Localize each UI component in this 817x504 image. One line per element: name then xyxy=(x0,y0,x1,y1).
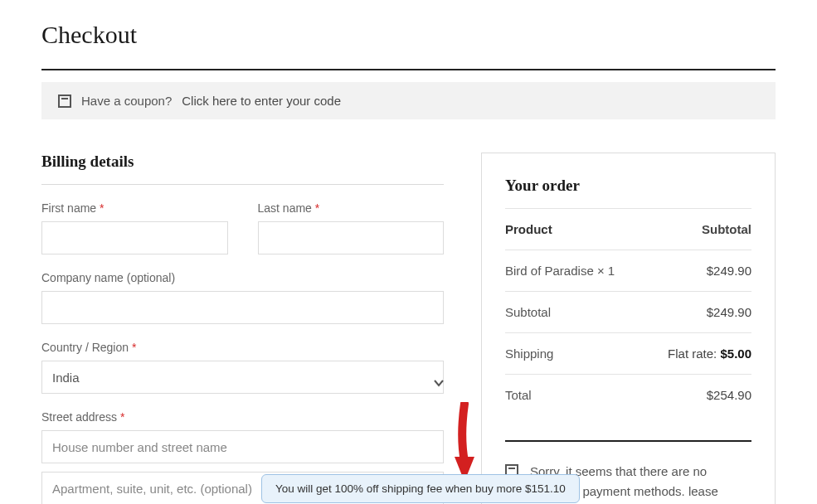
order-subtotal-row: Subtotal $249.90 xyxy=(505,292,751,333)
company-label: Company name (optional) xyxy=(41,271,444,284)
page-title: Checkout xyxy=(41,21,776,49)
order-total-value: $254.90 xyxy=(707,388,751,402)
country-label-text: Country / Region xyxy=(41,341,129,354)
order-item-row: Bird of Paradise × 1 $249.90 xyxy=(505,250,751,292)
company-input[interactable] xyxy=(41,291,444,324)
order-header-row: Product Subtotal xyxy=(505,208,751,250)
required-mark: * xyxy=(120,410,124,424)
order-col-product: Product xyxy=(505,222,552,236)
street-label-text: Street address xyxy=(41,410,117,424)
country-selected-value: India xyxy=(52,371,80,385)
order-shipping-row: Shipping Flat rate: $5.00 xyxy=(505,333,751,375)
country-select[interactable]: India xyxy=(41,361,444,394)
order-col-subtotal: Subtotal xyxy=(702,222,751,236)
last-name-label-text: Last name xyxy=(258,201,312,215)
order-subtotal-value: $249.90 xyxy=(707,305,751,319)
shipping-rate-prefix: Flat rate: xyxy=(668,346,717,361)
billing-heading: Billing details xyxy=(41,153,444,171)
street-address-1-input[interactable] xyxy=(41,430,444,463)
order-summary: Your order Product Subtotal Bird of Para… xyxy=(481,153,776,504)
coupon-prompt: Have a coupon? xyxy=(81,94,172,108)
order-item-name: Bird of Paradise × 1 xyxy=(505,264,615,278)
order-shipping-value: Flat rate: $5.00 xyxy=(668,346,751,361)
first-name-label: First name * xyxy=(41,201,228,215)
order-item-price: $249.90 xyxy=(707,264,751,278)
first-name-input[interactable] xyxy=(41,221,228,254)
coupon-link[interactable]: Click here to enter your code xyxy=(182,94,341,108)
shipping-rate-amount: $5.00 xyxy=(720,346,751,361)
order-heading: Your order xyxy=(505,177,751,195)
billing-separator xyxy=(41,184,444,185)
billing-form: Billing details First name * Last name *… xyxy=(41,153,444,504)
coupon-notice: Have a coupon? Click here to enter your … xyxy=(41,82,776,119)
first-name-label-text: First name xyxy=(41,201,96,215)
required-mark: * xyxy=(100,201,104,215)
title-separator xyxy=(41,69,776,70)
order-total-row: Total $254.90 xyxy=(505,375,751,415)
last-name-input[interactable] xyxy=(258,221,445,254)
coupon-icon xyxy=(58,94,71,108)
country-label: Country / Region * xyxy=(41,341,444,354)
promo-tooltip: You will get 100% off shipping fee when … xyxy=(261,474,580,503)
required-mark: * xyxy=(132,341,136,354)
street-label: Street address * xyxy=(41,410,444,424)
order-total-label: Total xyxy=(505,388,532,402)
order-subtotal-label: Subtotal xyxy=(505,305,551,319)
required-mark: * xyxy=(315,201,319,215)
last-name-label: Last name * xyxy=(258,201,445,215)
order-shipping-label: Shipping xyxy=(505,346,553,361)
